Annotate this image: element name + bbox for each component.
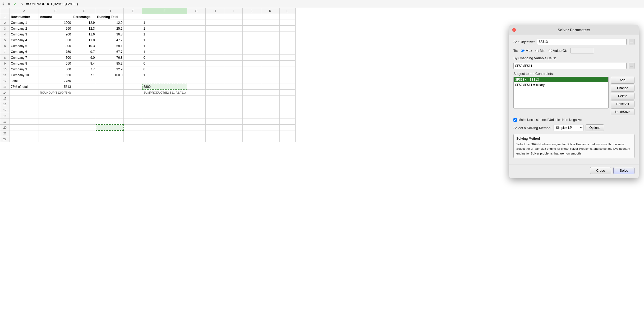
cell-a1[interactable]: Row number (10, 14, 39, 20)
by-changing-picker[interactable]: — (629, 63, 634, 69)
cell-g17[interactable] (187, 107, 205, 113)
cell-g3[interactable] (187, 26, 205, 31)
cell-b4[interactable]: 900 (39, 31, 72, 37)
cell-k6[interactable] (261, 43, 279, 49)
cell-l2[interactable] (279, 20, 295, 26)
cell-f5[interactable]: 1 (142, 37, 187, 43)
cell-d9[interactable]: 85.2 (96, 61, 124, 66)
cell-a13[interactable]: 75% of total (10, 84, 39, 90)
cell-c13[interactable] (72, 84, 96, 90)
cell-h12[interactable] (205, 78, 224, 84)
cell-b16[interactable] (39, 101, 72, 107)
cell-h1[interactable] (205, 14, 224, 20)
cell-e9[interactable] (124, 61, 142, 66)
cell-g1[interactable] (187, 14, 205, 20)
cell-j16[interactable] (242, 101, 261, 107)
cell-j10[interactable] (242, 66, 261, 72)
cell-c10[interactable]: 7.7 (72, 66, 96, 72)
cell-i22[interactable] (224, 136, 242, 142)
cell-c8[interactable]: 9.0 (72, 55, 96, 61)
cell-a16[interactable] (10, 101, 39, 107)
cell-e22[interactable] (124, 136, 142, 142)
cell-j11[interactable] (242, 72, 261, 78)
radio-max[interactable]: Max (521, 49, 532, 53)
cell-d4[interactable]: 36.8 (96, 31, 124, 37)
cell-f15[interactable] (142, 96, 187, 101)
cell-c15[interactable] (72, 96, 96, 101)
cell-l12[interactable] (279, 78, 295, 84)
cell-i1[interactable] (224, 14, 242, 20)
cell-b13[interactable]: 5813 (39, 84, 72, 90)
radio-min[interactable]: Min (535, 49, 545, 53)
cell-a14[interactable] (10, 90, 39, 96)
cell-b5[interactable]: 850 (39, 37, 72, 43)
cell-k16[interactable] (261, 101, 279, 107)
cell-e12[interactable] (124, 78, 142, 84)
cell-f1[interactable] (142, 14, 187, 20)
cell-k4[interactable] (261, 31, 279, 37)
cell-a22[interactable] (10, 136, 39, 142)
reset-all-button[interactable]: Reset All (611, 101, 634, 107)
cell-k2[interactable] (261, 20, 279, 26)
cell-b2[interactable]: 1000 (39, 20, 72, 26)
cell-l14[interactable] (279, 90, 295, 96)
cell-h18[interactable] (205, 113, 224, 119)
cell-i18[interactable] (224, 113, 242, 119)
cell-b18[interactable] (39, 113, 72, 119)
cell-k22[interactable] (261, 136, 279, 142)
cell-g8[interactable] (187, 55, 205, 61)
cell-h13[interactable] (205, 84, 224, 90)
cell-l6[interactable] (279, 43, 295, 49)
cell-k11[interactable] (261, 72, 279, 78)
cell-l15[interactable] (279, 96, 295, 101)
cell-d18[interactable] (96, 113, 124, 119)
cell-h3[interactable] (205, 26, 224, 31)
cell-j7[interactable] (242, 49, 261, 55)
cell-b22[interactable] (39, 136, 72, 142)
cell-g7[interactable] (187, 49, 205, 55)
cell-e15[interactable] (124, 96, 142, 101)
cell-f17[interactable] (142, 107, 187, 113)
cell-c11[interactable]: 7.1 (72, 72, 96, 78)
cell-l3[interactable] (279, 26, 295, 31)
cell-a4[interactable]: Company 3 (10, 31, 39, 37)
cell-a20[interactable] (10, 125, 39, 130)
cell-j3[interactable] (242, 26, 261, 31)
cell-d19[interactable] (96, 119, 124, 125)
cell-b8[interactable]: 700 (39, 55, 72, 61)
cell-e4[interactable] (124, 31, 142, 37)
cell-b20[interactable] (39, 125, 72, 130)
load-save-button[interactable]: Load/Save (611, 108, 634, 115)
col-header-e[interactable]: E (124, 8, 142, 14)
cell-h7[interactable] (205, 49, 224, 55)
cell-i5[interactable] (224, 37, 242, 43)
cell-d22[interactable] (96, 136, 124, 142)
constraint-item-1[interactable]: $F$13 <= $B$13 (514, 77, 608, 82)
col-header-d[interactable]: D (96, 8, 124, 14)
cell-d2[interactable]: 12.9 (96, 20, 124, 26)
cell-l1[interactable] (279, 14, 295, 20)
solve-button[interactable]: Solve (613, 167, 634, 174)
cell-c3[interactable]: 12.3 (72, 26, 96, 31)
col-header-j[interactable]: J (242, 8, 261, 14)
cell-k19[interactable] (261, 119, 279, 125)
cell-c9[interactable]: 8.4 (72, 61, 96, 66)
cell-e2[interactable] (124, 20, 142, 26)
cell-a19[interactable] (10, 119, 39, 125)
cell-nav-arrows[interactable]: ▲ ▼ (2, 2, 4, 6)
cell-c7[interactable]: 9.7 (72, 49, 96, 55)
radio-max-input[interactable] (521, 49, 525, 52)
col-header-a[interactable]: A (10, 8, 39, 14)
cell-e5[interactable] (124, 37, 142, 43)
cell-l5[interactable] (279, 37, 295, 43)
cell-f7[interactable]: 1 (142, 49, 187, 55)
cell-h6[interactable] (205, 43, 224, 49)
cell-a11[interactable]: Company 10 (10, 72, 39, 78)
cell-b14[interactable]: ROUNDUP(B12*0.75,0) (39, 90, 72, 96)
cell-j17[interactable] (242, 107, 261, 113)
cell-l19[interactable] (279, 119, 295, 125)
cell-f16[interactable] (142, 101, 187, 107)
cell-e20[interactable] (124, 125, 142, 130)
cell-i13[interactable] (224, 84, 242, 90)
cell-e8[interactable] (124, 55, 142, 61)
